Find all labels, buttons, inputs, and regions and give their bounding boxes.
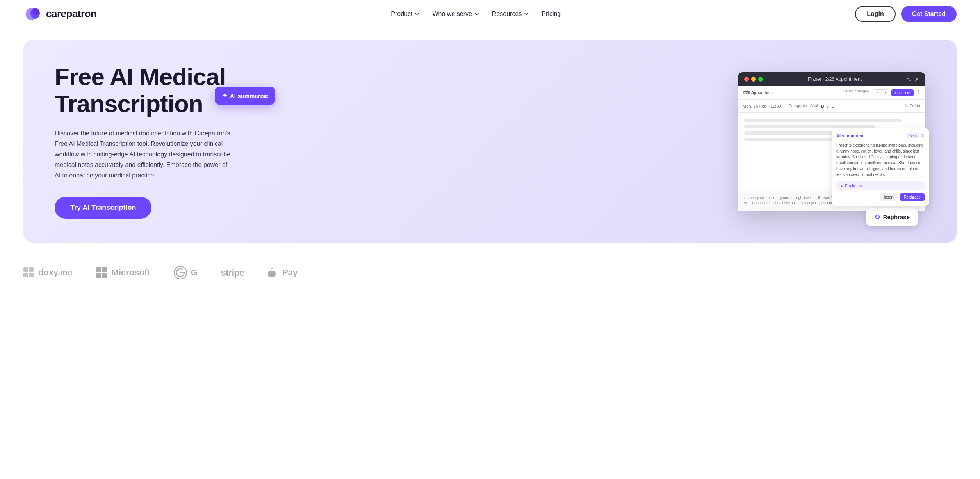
paragraph-label: Paragraph <box>789 104 807 108</box>
doc-title: 2/26 Appointm... <box>743 90 773 95</box>
chevron-down-icon <box>524 11 529 17</box>
partner-doxyMe: doxy.me <box>23 267 73 278</box>
titlebar-dots <box>744 77 763 82</box>
titlebar-icons: ⤡ ✕ <box>907 76 919 82</box>
logo-icon <box>23 5 42 23</box>
svg-rect-5 <box>23 273 28 277</box>
svg-point-2 <box>33 8 39 15</box>
rephrase-icon: ↻ <box>840 184 843 188</box>
ai-panel: AI summarise Beta ✕ Fraser is experienci… <box>832 128 929 206</box>
underline-button[interactable]: U <box>832 104 835 108</box>
nav-who-we-serve[interactable]: Who we serve <box>432 11 479 18</box>
stripe-label: stripe <box>221 267 244 278</box>
ai-panel-badge: Beta <box>907 133 919 138</box>
insert-button[interactable]: Insert <box>880 193 898 201</box>
hero-description: Discover the future of medical documenta… <box>55 128 234 181</box>
italic-button[interactable]: I <box>827 104 829 108</box>
chevron-down-icon <box>474 11 479 17</box>
mockup-breadcrumb: 2/26 Appointm... Saved changes Share Com… <box>738 86 925 100</box>
hero-image-area: ✦ AI summarise Fraser · 2/26 Appointment… <box>258 63 925 219</box>
close-icon: ✕ <box>914 76 919 82</box>
ai-panel-header: AI summarise Beta ✕ <box>836 133 925 138</box>
minimize-dot <box>751 77 756 82</box>
maximize-dot <box>758 77 763 82</box>
chevron-down-icon <box>414 11 420 17</box>
rephrase-float-icon: ↻ <box>874 213 880 222</box>
close-dot <box>744 77 749 82</box>
doxyme-icon <box>23 267 34 278</box>
partner-microsoft: Microsoft <box>96 267 150 279</box>
try-ai-transcription-button[interactable]: Try AI Transcription <box>55 197 151 219</box>
saved-label: Saved changes <box>843 89 869 96</box>
svg-rect-4 <box>29 267 34 272</box>
ai-panel-controls: Beta ✕ <box>907 133 925 138</box>
mockup-titlebar: Fraser · 2/26 Appointment ⤡ ✕ <box>738 72 925 86</box>
text-line-2 <box>744 125 875 128</box>
close-ai-panel-button[interactable]: ✕ <box>921 133 925 138</box>
partners-section: doxy.me Microsoft G stripe Pay <box>0 254 980 295</box>
hero-section: Free AI Medical Transcription Discover t… <box>23 40 957 243</box>
apple-icon <box>267 267 278 278</box>
partner-google: G <box>174 266 198 279</box>
edit-label[interactable]: ✎ Editor <box>905 103 921 108</box>
partner-stripe: stripe <box>221 267 244 278</box>
share-button[interactable]: Share <box>873 89 889 96</box>
breadcrumb-actions: Saved changes Share Complete ⋮ <box>843 89 921 96</box>
brand-name: carepatron <box>46 8 96 20</box>
titlebar-label: Fraser · 2/26 Appointment <box>808 76 862 82</box>
separator: | <box>784 103 786 109</box>
svg-rect-7 <box>96 267 101 272</box>
mockup-content: AI summarise Beta ✕ Fraser is experienci… <box>738 113 925 191</box>
nav-actions: Login Get Started <box>855 6 957 22</box>
toolbar-date: Mon, 26 Feb · 11:30 <box>743 104 781 108</box>
svg-rect-9 <box>96 273 101 278</box>
svg-rect-3 <box>23 267 28 272</box>
get-started-button[interactable]: Get Started <box>901 6 957 22</box>
expand-icon: ⤡ <box>907 76 911 82</box>
partner-apple-pay: Pay <box>267 267 298 278</box>
rephrase-float-label: Rephrase <box>883 214 910 220</box>
ai-panel-actions: Insert Rephrase <box>836 193 925 201</box>
more-icon[interactable]: ⋮ <box>916 89 921 96</box>
nav-product[interactable]: Product <box>391 11 420 18</box>
complete-button[interactable]: Complete <box>891 89 914 96</box>
svg-rect-10 <box>102 273 107 278</box>
rephrase-chip: ↻ Rephrase <box>836 181 925 190</box>
text-line-1 <box>744 119 902 122</box>
app-mockup: Fraser · 2/26 Appointment ⤡ ✕ 2/26 Appoi… <box>738 72 925 211</box>
ai-panel-text: Fraser is experiencing flu-like symptoms… <box>836 142 925 177</box>
mockup-toolbar: Mon, 26 Feb · 11:30 | Paragraph Arial B … <box>738 100 925 113</box>
nav-pricing[interactable]: Pricing <box>542 11 561 18</box>
panel-rephrase-button[interactable]: Rephrase <box>900 193 925 201</box>
font-label: Arial <box>810 104 818 108</box>
bold-button[interactable]: B <box>821 104 824 108</box>
svg-rect-8 <box>102 267 107 272</box>
navbar: carepatron Product Who we serve Resource… <box>0 0 980 28</box>
ai-panel-title: AI summarise <box>836 133 864 138</box>
hero-title: Free AI Medical Transcription <box>55 64 258 117</box>
login-button[interactable]: Login <box>855 6 896 22</box>
nav-resources[interactable]: Resources <box>492 11 529 18</box>
microsoft-icon <box>96 267 108 279</box>
google-icon <box>174 266 187 279</box>
nav-links: Product Who we serve Resources Pricing <box>391 11 561 18</box>
logo[interactable]: carepatron <box>23 5 96 23</box>
svg-rect-6 <box>29 273 34 277</box>
hero-content: Free AI Medical Transcription Discover t… <box>55 64 258 218</box>
rephrase-float-button[interactable]: ↻ Rephrase <box>866 208 918 226</box>
